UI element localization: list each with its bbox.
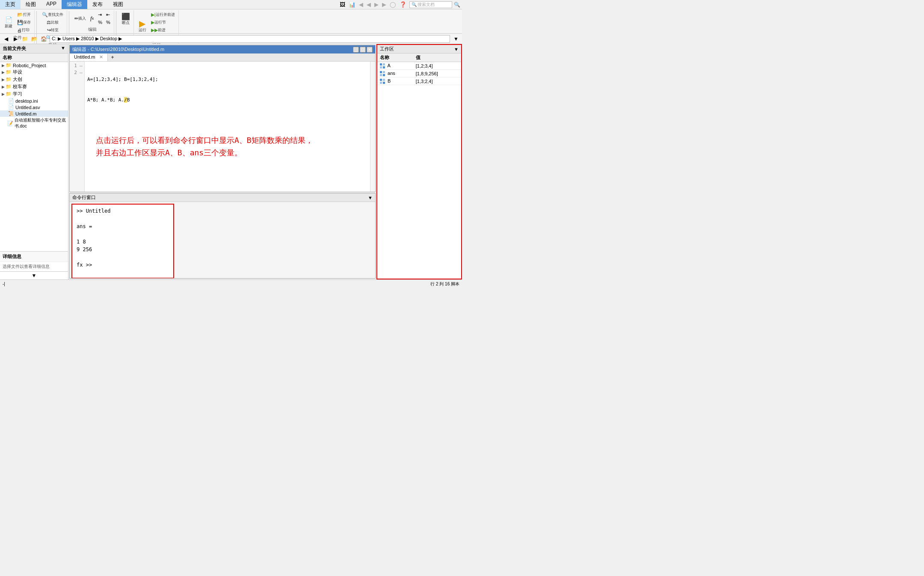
item-name: Untitled.m [15, 111, 37, 116]
item-name: Untitled.asv [15, 105, 40, 110]
var-icon-A [380, 63, 387, 68]
sidebar-table: 名称 [0, 53, 68, 62]
edit-group-label: 编辑 [88, 27, 97, 33]
expand-icon: ▶ [2, 77, 5, 82]
list-item[interactable]: ▶ 📁 大创 [0, 76, 68, 83]
uncomment-button[interactable]: % [104, 19, 112, 26]
var-value-B: [1,3;2,4] [413, 77, 461, 85]
workspace-title: 工作区 [380, 46, 394, 52]
goto-button[interactable]: ↪ 转至 [45, 27, 60, 34]
breakpoint-button[interactable]: ⬛ 断点 [120, 11, 132, 27]
run-forward-button[interactable]: ▶| 运行并前进 [149, 11, 177, 18]
run-button[interactable]: ▶ 运行 [136, 18, 148, 34]
menu-app[interactable]: APP [41, 0, 62, 9]
menu-plot[interactable]: 绘图 [21, 0, 41, 9]
minimize-button[interactable]: _ [353, 47, 359, 53]
forward-btn[interactable]: ▶ [11, 35, 20, 43]
menu-home[interactable]: 主页 [0, 0, 21, 9]
ws-col-value: 值 [413, 53, 461, 62]
table-row[interactable]: ans [1,8;9,256] [377, 70, 461, 77]
print-button[interactable]: 🖨 打印 [15, 27, 33, 34]
expand-icon: ▶ [2, 63, 5, 68]
maximize-button[interactable]: □ [360, 47, 366, 53]
new-button[interactable]: 📄 新建 [3, 15, 15, 30]
code-editor[interactable]: A=[1,2;3,4]; B=[1,3;2,4]; A*B; A.*B; A./… [85, 62, 370, 192]
back-button[interactable]: ◀ [2, 35, 10, 43]
menu-editor[interactable]: 编辑器 [62, 0, 87, 9]
workspace-table: 名称 值 A [377, 53, 461, 85]
annotation: 点击运行后，可以看到命令行窗口中显示A、B矩阵数乘的结果，并且右边工作区显示A、… [96, 134, 367, 159]
indent-button[interactable]: ⇥ [96, 11, 104, 18]
menu-publish[interactable]: 发布 [87, 0, 108, 9]
address-path[interactable]: C: ▶ Users ▶ 28010 ▶ Desktop ▶ [50, 35, 450, 43]
sidebar-collapse-btn[interactable]: ▼ [61, 45, 65, 50]
col-name-header: 名称 [0, 53, 68, 62]
tab-close-icon[interactable]: ✕ [99, 54, 103, 59]
scrollbar[interactable] [370, 62, 375, 192]
step-icon: ▶ [151, 20, 154, 25]
tab-add-button[interactable]: + [108, 53, 118, 61]
tab-label: Untitled.m [74, 54, 95, 59]
cmd-line-7 [77, 253, 169, 261]
browse-button[interactable]: 📂 [30, 35, 38, 43]
comment-button[interactable]: % [96, 19, 104, 26]
toolbar-icon8[interactable]: ❓ [398, 1, 408, 8]
var-name-ans: ans [377, 70, 413, 77]
workspace-expand-icon[interactable]: ▼ [454, 47, 459, 52]
new-label: 新建 [5, 24, 12, 29]
expand-icon: ▶ [2, 70, 5, 74]
cmd-expand-icon[interactable]: ▼ [368, 195, 373, 200]
menu-view[interactable]: 视图 [108, 0, 128, 9]
toolbar-icon3[interactable]: ◀ [358, 1, 364, 8]
compare-icon: ⚖ [47, 20, 51, 25]
tab-untitled[interactable]: Untitled.m ✕ [70, 53, 108, 61]
search-submit-icon[interactable]: 🔍 [454, 2, 460, 8]
folder-icon: 📁 [6, 91, 12, 97]
expand-button[interactable]: ▼ [452, 35, 460, 43]
editor-area: 编辑器 - C:\Users\28010\Desktop\Untitled.m … [68, 44, 376, 279]
fx-button[interactable]: f x [89, 14, 95, 23]
list-item[interactable]: ▶ 📁 Robotic_Project [0, 62, 68, 68]
table-row[interactable]: B [1,3;2,4] [377, 77, 461, 85]
open-button[interactable]: 📂 打开 [15, 11, 33, 18]
expand-icon: ▶ [2, 92, 5, 96]
list-item[interactable]: 📝 自动巡航智能小车专利交底书.doc [0, 117, 68, 130]
line-num-1: 1 — [71, 62, 83, 69]
toolbar-icon6[interactable]: ▶ [381, 1, 388, 8]
step-button[interactable]: ▶ 运行节 [149, 19, 177, 26]
home-button[interactable]: 🏠 [39, 35, 48, 43]
sidebar-toggle[interactable]: ▼ [0, 271, 68, 279]
toolbar-icon5[interactable]: ▶ [373, 1, 380, 8]
insert-button[interactable]: ✏ 插入 [73, 15, 88, 22]
item-name: desktop.ini [15, 98, 38, 104]
cmd-prompt: fx >> [77, 261, 169, 269]
list-item[interactable]: 📄 Untitled.asv [0, 104, 68, 110]
editor-content: 1 — 2 — A=[1,2;3,4]; B=[1,3;2,4]; A*B; A… [70, 62, 375, 192]
compare-button[interactable]: ⚖ 比较 [45, 19, 60, 26]
detail-text-area: 选择文件以查看详细信息 [0, 261, 68, 271]
toolbar-icon1[interactable]: 🖼 [338, 1, 346, 8]
find-file-button[interactable]: 🔍 查找文件 [40, 11, 65, 18]
toolbar-icon2[interactable]: 📊 [347, 1, 357, 8]
toolbar-icon4[interactable]: ◀ [365, 1, 372, 8]
list-item[interactable]: ▶ 📁 学习 [0, 90, 68, 98]
cmd-titlebar: 命令行窗口 ▼ [70, 193, 375, 202]
save-button[interactable]: 💾 保存 [15, 19, 33, 26]
list-item[interactable]: ▶ 📁 校车赛 [0, 83, 68, 90]
forward-button[interactable]: ▶▶ 前进 [149, 27, 177, 34]
close-button[interactable]: ✕ [367, 47, 373, 53]
detail-title: 详细信息 [3, 253, 65, 260]
up-button[interactable]: 📁 [21, 35, 29, 43]
list-item[interactable]: 📄 desktop.ini [0, 98, 68, 104]
list-item[interactable]: 📜 Untitled.m [0, 110, 68, 117]
list-item[interactable]: ▶ 📁 毕设 [0, 68, 68, 76]
table-row[interactable]: A [1,2;3,4] [377, 62, 461, 70]
var-value-A: [1,2;3,4] [413, 62, 461, 70]
sidebar: 当前文件夹 ▼ 名称 ▶ 📁 Robotic_Project ▶ 📁 毕设 ▶ … [0, 44, 68, 279]
toolbar-icon7[interactable]: ◯ [388, 1, 397, 8]
unindent-button[interactable]: ⇤ [104, 11, 112, 18]
status-left: -| [3, 282, 5, 286]
forward-icon: ▶▶ [151, 27, 158, 33]
cmd-line-1: >> Untitled [77, 207, 169, 215]
editor-title: 编辑器 - C:\Users\28010\Desktop\Untitled.m [72, 46, 164, 53]
